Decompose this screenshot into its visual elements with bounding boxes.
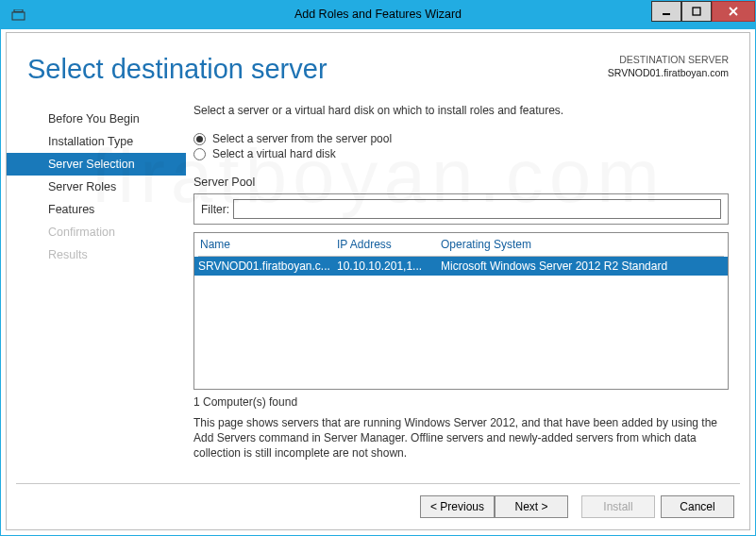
instruction-text: Select a server or a virtual hard disk o… <box>193 104 729 117</box>
computers-found-text: 1 Computer(s) found <box>193 395 729 409</box>
minimize-button[interactable] <box>651 1 681 22</box>
filter-input[interactable] <box>233 199 721 219</box>
radio-icon <box>193 148 206 160</box>
window-controls <box>651 1 755 29</box>
next-button[interactable]: Next > <box>495 495 568 518</box>
radio-server-pool[interactable]: Select a server from the server pool <box>193 132 729 145</box>
svg-rect-1 <box>14 9 23 12</box>
footer: < Previous Next > Install Cancel <box>7 484 749 529</box>
radio-virtual-hard-disk[interactable]: Select a virtual hard disk <box>193 147 729 160</box>
cell-ip: 10.10.10.201,1... <box>337 260 441 273</box>
step-confirmation: Confirmation <box>7 221 186 243</box>
step-server-selection[interactable]: Server Selection <box>7 153 186 176</box>
step-installation-type[interactable]: Installation Type <box>7 130 186 153</box>
column-header-name[interactable]: Name <box>200 238 337 251</box>
destination-server-box: DESTINATION SERVER SRVNOD01.firatboyan.c… <box>608 54 729 79</box>
step-before-you-begin[interactable]: Before You Begin <box>7 108 186 130</box>
main-panel: Select a server or a virtual hard disk o… <box>186 104 749 479</box>
step-server-roles[interactable]: Server Roles <box>7 176 186 198</box>
filter-container: Filter: <box>193 193 729 225</box>
server-table: Name IP Address Operating System SRVNOD0… <box>193 232 729 390</box>
table-row[interactable]: SRVNOD01.firatboyan.c... 10.10.10.201,1.… <box>194 257 728 276</box>
server-pool-label: Server Pool <box>193 176 729 189</box>
column-header-os[interactable]: Operating System <box>441 238 722 251</box>
svg-rect-0 <box>12 12 25 20</box>
step-results: Results <box>7 243 186 266</box>
titlebar: Add Roles and Features Wizard <box>1 1 755 29</box>
maximize-button[interactable] <box>681 1 712 22</box>
install-button: Install <box>581 495 655 518</box>
server-list: SRVNOD01.firatboyan.c... 10.10.10.201,1.… <box>194 257 728 389</box>
step-features[interactable]: Features <box>7 198 186 221</box>
app-icon <box>8 8 27 23</box>
wizard-steps: Before You Begin Installation Type Serve… <box>7 104 186 479</box>
previous-button[interactable]: < Previous <box>420 495 495 518</box>
page-title: Select destination server <box>27 54 328 85</box>
window-title: Add Roles and Features Wizard <box>1 8 755 21</box>
page-note: This page shows servers that are running… <box>193 415 729 461</box>
cell-os: Microsoft Windows Server 2012 R2 Standar… <box>441 260 724 273</box>
cell-name: SRVNOD01.firatboyan.c... <box>198 260 337 273</box>
radio-vhd-label: Select a virtual hard disk <box>212 147 336 160</box>
svg-rect-3 <box>693 8 700 15</box>
destination-server-value: SRVNOD01.firatboyan.com <box>608 67 729 80</box>
destination-server-label: DESTINATION SERVER <box>608 54 729 67</box>
close-button[interactable] <box>712 1 755 22</box>
radio-icon <box>193 133 206 145</box>
wizard-window: Add Roles and Features Wizard firatboyan… <box>0 0 756 536</box>
radio-server-pool-label: Select a server from the server pool <box>212 132 392 145</box>
cancel-button[interactable]: Cancel <box>661 495 734 518</box>
column-header-ip[interactable]: IP Address <box>337 238 441 251</box>
filter-label: Filter: <box>201 203 229 216</box>
